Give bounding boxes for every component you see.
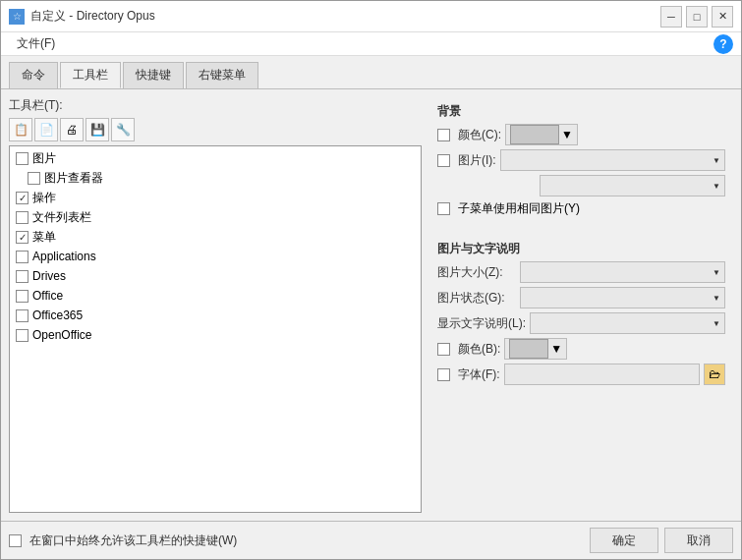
list-item[interactable]: 图片 [10,148,421,168]
toolbar-icon-1[interactable]: 📋 [9,118,32,141]
maximize-button[interactable]: □ [686,6,708,28]
list-item[interactable]: Applications [10,247,421,266]
size-arrow: ▼ [713,268,720,277]
cancel-button[interactable]: 取消 [664,528,733,553]
item-checkbox-6[interactable] [16,270,29,283]
text-color-picker[interactable]: ▼ [504,338,567,360]
image-sub-select[interactable]: ▼ [540,175,725,196]
item-checkbox-3[interactable] [16,211,29,224]
item-label-9: OpenOffice [32,328,91,342]
shortcut-label: 在窗口中始终允许该工具栏的快捷键(W) [29,532,237,549]
toolbar-icon-bar: 📋 📄 🖨 💾 🔧 [9,118,422,141]
text-color-row: 颜色(B): ▼ [437,338,725,360]
display-row: 显示文字说明(L): ▼ [437,312,725,334]
text-color-checkbox[interactable] [437,343,450,356]
text-color-arrow: ▼ [550,342,562,356]
color-picker[interactable]: ▼ [505,124,578,145]
size-select[interactable]: ▼ [520,261,725,283]
item-label-5: Applications [32,250,96,263]
list-item[interactable]: ✓ 菜单 [10,227,421,247]
item-checkbox-9[interactable] [16,329,29,342]
img-text-section: 图片与文字说明 图片大小(Z): ▼ 图片状态(G): ▼ 显示文字说明(L): [429,235,733,395]
list-item[interactable]: Office [10,286,421,306]
display-label: 显示文字说明(L): [437,315,526,332]
state-select[interactable]: ▼ [520,287,725,308]
font-checkbox[interactable] [437,368,450,381]
item-label-8: Office365 [32,308,83,322]
item-checkbox-5[interactable] [16,251,29,263]
item-checkbox-8[interactable] [16,309,29,322]
item-checkbox-2[interactable]: ✓ [16,192,29,204]
tab-command[interactable]: 命令 [9,62,58,88]
image-select[interactable]: ▼ [500,149,725,171]
ok-button[interactable]: 确定 [590,528,658,553]
list-item[interactable]: 图片查看器 [10,168,421,188]
image-checkbox[interactable] [437,154,450,167]
tab-context-menu[interactable]: 右键菜单 [186,62,258,88]
item-label-2: 操作 [32,190,56,206]
list-item[interactable]: OpenOffice [10,325,421,345]
right-panel: 背景 颜色(C): ▼ 图片(I): [429,97,733,513]
item-checkbox-1[interactable] [28,172,40,185]
sub-arrow: ▼ [713,182,720,191]
file-menu[interactable]: 文件(F) [9,33,63,54]
color-label: 颜色(C): [458,127,501,143]
tab-shortcut[interactable]: 快捷键 [123,62,184,88]
title-buttons: ─ □ ✕ [660,6,733,28]
toolbar-list[interactable]: 图片 图片查看器 ✓ 操作 文件列表栏 ✓ 菜单 [9,145,422,513]
list-item[interactable]: Office365 [10,306,421,325]
color-arrow: ▼ [561,128,573,141]
submenu-label: 子菜单使用相同图片(Y) [458,200,580,217]
bg-section: 背景 颜色(C): ▼ 图片(I): [429,97,733,227]
state-label: 图片状态(G): [437,290,516,307]
window-title: 自定义 - Directory Opus [30,8,155,25]
text-color-swatch [509,339,548,359]
footer: 在窗口中始终允许该工具栏的快捷键(W) 确定 取消 [1,521,741,559]
toolbar-icon-4[interactable]: 💾 [86,118,109,141]
item-checkbox-7[interactable] [16,290,29,303]
title-bar: ☆ 自定义 - Directory Opus ─ □ ✕ [1,1,741,32]
toolbar-icon-2[interactable]: 📄 [34,118,58,141]
list-item[interactable]: ✓ 操作 [10,188,421,207]
item-checkbox-4[interactable]: ✓ [16,231,29,244]
size-label: 图片大小(Z): [437,264,516,281]
submenu-checkbox[interactable] [437,202,450,215]
list-item[interactable]: 文件列表栏 [10,207,421,227]
left-panel: 工具栏(T): 📋 📄 🖨 💾 🔧 图片 图片查看器 [9,97,422,513]
submenu-row: 子菜单使用相同图片(Y) [437,200,725,217]
color-swatch [510,125,559,144]
item-label-6: Drives [32,269,66,283]
toolbar-icon-5[interactable]: 🔧 [111,118,135,141]
color-row: 颜色(C): ▼ [437,124,725,145]
image-label: 图片(I): [458,152,496,169]
menu-bar: 文件(F) ? [1,32,741,56]
image-row: 图片(I): ▼ [437,149,725,171]
img-text-title: 图片与文字说明 [437,241,725,257]
display-arrow: ▼ [713,319,720,328]
shortcut-checkbox-row: 在窗口中始终允许该工具栏的快捷键(W) [9,532,237,549]
item-label-3: 文件列表栏 [32,209,91,226]
state-arrow: ▼ [713,294,720,303]
toolbar-label: 工具栏(T): [9,97,422,114]
text-color-label: 颜色(B): [458,341,500,358]
tab-toolbar[interactable]: 工具栏 [60,62,121,88]
font-label: 字体(F): [458,366,500,383]
font-folder-button[interactable]: 🗁 [704,364,725,385]
shortcut-checkbox[interactable] [9,534,22,547]
minimize-button[interactable]: ─ [660,6,682,28]
display-select[interactable]: ▼ [530,312,725,334]
help-button[interactable]: ? [713,34,733,54]
close-button[interactable]: ✕ [712,6,733,28]
main-window: ☆ 自定义 - Directory Opus ─ □ ✕ 文件(F) ? 命令 … [0,0,742,560]
tab-bar: 命令 工具栏 快捷键 右键菜单 [1,56,741,89]
toolbar-icon-3[interactable]: 🖨 [60,118,84,141]
bg-title: 背景 [437,103,725,120]
size-row: 图片大小(Z): ▼ [437,261,725,283]
state-row: 图片状态(G): ▼ [437,287,725,308]
item-label-0: 图片 [32,150,56,167]
list-item[interactable]: Drives [10,266,421,286]
item-checkbox-0[interactable] [16,152,29,165]
select-arrow: ▼ [713,156,720,165]
color-checkbox[interactable] [437,129,450,141]
font-select[interactable] [504,364,700,385]
